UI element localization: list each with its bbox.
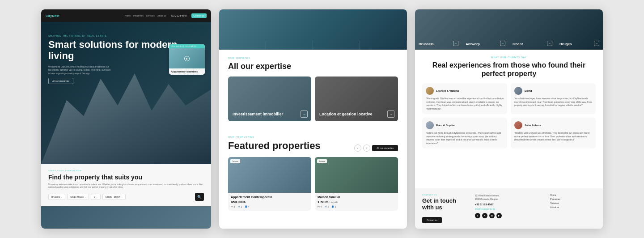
review-text: "Working with CityNest was an incredible… <box>426 97 504 110</box>
chevron-down-icon: ▾ <box>122 196 123 198</box>
prev-arrow[interactable]: ‹ <box>354 144 361 152</box>
service-content: Investissement immobilier <box>233 112 298 117</box>
footer-link-properties[interactable]: Properties <box>550 198 596 200</box>
nav-about[interactable]: About us <box>157 14 166 17</box>
panel-2: OUR SERVICES All our expertise Investiss… <box>219 9 407 229</box>
arrow-icon: → <box>547 41 552 46</box>
contact-button[interactable]: Contact us <box>422 217 442 223</box>
reviewer-header: John & Anna <box>514 121 592 129</box>
footer-links: Home Properties Services About us <box>550 194 596 208</box>
save-badge[interactable]: To save <box>230 159 240 163</box>
property-info: Maison familial 1.500€ / month 🛏 4 🚿 2 👤… <box>315 193 398 211</box>
city-name: Bruges <box>559 42 572 46</box>
review-text: "As a first-time buyer, I was nervous ab… <box>514 97 592 107</box>
arrow-icon: → <box>453 41 458 46</box>
featured-title: Featured properties <box>228 140 321 152</box>
service-card-location[interactable]: Location et gestion locative → <box>315 76 398 121</box>
property-name: Maison familial <box>318 196 395 199</box>
location-filter[interactable]: Brussels ▾ <box>48 194 65 200</box>
avatar <box>426 121 434 129</box>
chevron-down-icon: ▾ <box>97 196 97 198</box>
nav-services[interactable]: Services <box>146 14 155 17</box>
property-price: 450.000€ <box>231 200 309 204</box>
footer-nav: Home Properties Services About us <box>550 194 596 223</box>
services-section: OUR SERVICES All our expertise Investiss… <box>219 50 407 128</box>
review-text: "Working with CityNest was effortless. T… <box>514 132 592 142</box>
latest-title: Appartement 4 chambres <box>169 68 205 75</box>
footer-link-about[interactable]: About us <box>550 206 596 208</box>
search-button[interactable]: 🔍 <box>195 193 204 201</box>
city-card-ghent[interactable]: Ghent → <box>509 9 556 50</box>
search-filters: Brussels ▾ Single House ▾ 2 ▾ €250K - €5… <box>48 193 204 201</box>
nav-properties[interactable]: Properties <box>133 14 144 17</box>
reviews-eyebrow: WHAT OUR CLIENTS SAY <box>422 56 596 59</box>
contact-address: 123 Real Estate Avenue,1000 Brussels, Be… <box>475 194 543 201</box>
footer-link-services[interactable]: Services <box>550 202 596 204</box>
property-image-1: To save <box>228 157 311 193</box>
review-card-2: David "As a first-time buyer, I was nerv… <box>511 83 596 114</box>
property-name: Appartement Contemporain <box>231 196 309 199</box>
twitter-icon[interactable]: ✕ <box>482 213 487 218</box>
cities-section: Brussels → Antwerp → Ghent → Bruges → <box>415 9 603 50</box>
avatar <box>426 87 434 95</box>
latest-property-image: ▶ <box>169 48 205 68</box>
grid-line <box>360 41 407 50</box>
nav-cta-button[interactable]: Contact us <box>191 13 207 18</box>
city-card-brussels[interactable]: Brussels → <box>415 9 462 50</box>
social-links: f ✕ in ▶ <box>475 213 543 218</box>
all-properties-button[interactable]: All our properties <box>372 145 398 151</box>
search-section: START YOUR SEARCH NOW Find the property … <box>41 164 211 206</box>
service-card-investment[interactable]: Investissement immobilier → <box>228 76 311 121</box>
beds-spec: 🛏 3 <box>231 205 235 208</box>
hero-eyebrow: SHAPING THE FUTURE OF REAL ESTATE <box>48 34 204 37</box>
reviewer-header: Marc & Sophie <box>426 121 504 129</box>
hero-cta-button[interactable]: All our properties <box>48 78 73 84</box>
price-filter[interactable]: €250K - €500K ▾ <box>102 194 126 200</box>
featured-title-group: OUR PROPERTIES Featured properties <box>228 136 321 152</box>
bottom-image-strip <box>41 206 211 229</box>
type-filter[interactable]: Single House ▾ <box>67 194 89 200</box>
instagram-icon[interactable]: in <box>489 213 495 218</box>
arrow-icon: → <box>387 110 394 118</box>
top-building-image <box>219 9 407 50</box>
grid-overlay <box>219 41 407 50</box>
services-title: All our expertise <box>228 62 398 71</box>
latest-property-card: OUR LATEST PROPERTY ▶ Appartement 4 cham… <box>169 44 205 75</box>
featured-section: OUR PROPERTIES Featured properties ‹ › A… <box>219 128 407 218</box>
search-title: Find the property that suits you <box>48 174 204 181</box>
service-label: Investissement immobilier <box>233 112 298 117</box>
panel-3: Brussels → Antwerp → Ghent → Bruges → <box>415 9 603 229</box>
next-arrow[interactable]: › <box>363 144 370 152</box>
search-description: Browse our extensive selection of proper… <box>48 183 204 190</box>
contact-title: Get in touch with us <box>422 197 468 211</box>
reviewer-header: Laurent & Victoria <box>426 87 504 95</box>
arrow-icon: → <box>301 110 308 118</box>
city-card-antwerp[interactable]: Antwerp → <box>462 9 509 50</box>
nav-home[interactable]: Home <box>125 14 131 17</box>
save-badge[interactable]: To save <box>317 159 327 163</box>
guests-spec: 👤 1 <box>331 205 336 208</box>
city-card-bruges[interactable]: Bruges → <box>556 9 603 50</box>
reviewer-name: David <box>525 89 532 92</box>
footer-link-home[interactable]: Home <box>550 194 596 196</box>
baths-spec: 🚿 2 <box>237 205 242 208</box>
city-name: Ghent <box>513 42 523 46</box>
reviewer-name: Marc & Sophie <box>436 124 455 127</box>
reviews-grid: Laurent & Victoria "Working with CityNes… <box>422 83 596 149</box>
contact-left: CONTACT US Get in touch with us Contact … <box>422 194 468 223</box>
beds-spec: 🛏 4 <box>318 205 322 208</box>
facebook-icon[interactable]: f <box>475 213 480 218</box>
properties-grid: To save Appartement Contemporain 450.000… <box>228 157 398 211</box>
contact-section: CONTACT US Get in touch with us Contact … <box>415 188 603 229</box>
city-name: Brussels <box>419 42 434 46</box>
featured-eyebrow: OUR PROPERTIES <box>228 136 321 138</box>
review-card-3: Marc & Sophie "Selling our home through … <box>422 118 507 149</box>
property-card-2: To save Maison familial 1.500€ / month 🛏… <box>315 157 398 211</box>
play-button[interactable]: ▶ <box>184 56 190 61</box>
rooms-filter[interactable]: 2 ▾ <box>91 194 101 200</box>
youtube-icon[interactable]: ▶ <box>496 213 502 218</box>
contact-info: 123 Real Estate Avenue,1000 Brussels, Be… <box>475 194 543 223</box>
chevron-down-icon: ▾ <box>61 196 62 198</box>
grid-line <box>266 41 313 50</box>
contact-email[interactable]: info@youragency.be <box>475 208 543 210</box>
